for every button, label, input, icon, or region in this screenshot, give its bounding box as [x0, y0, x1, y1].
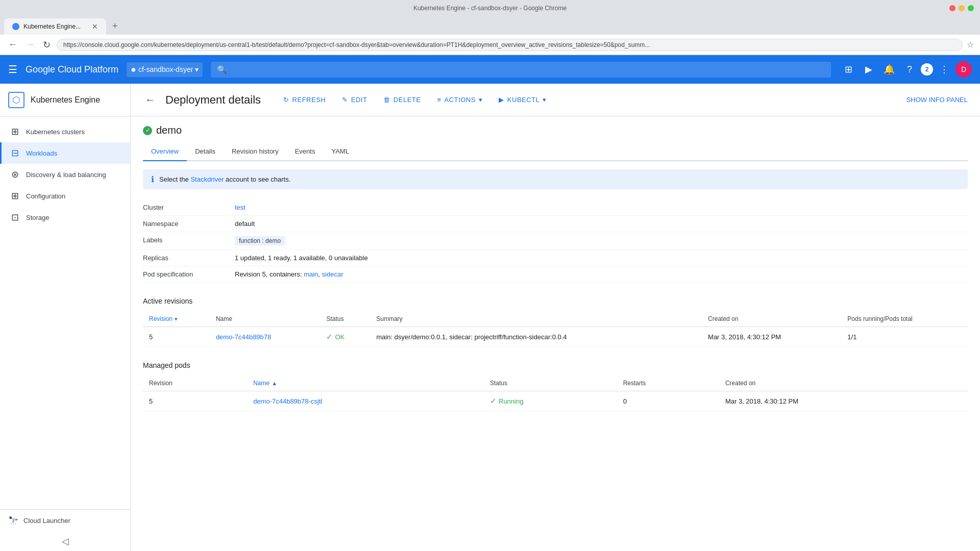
deployment-tabs: Overview Details Revision history Events… — [143, 142, 968, 161]
sidebar-product: ⬡ Kubernetes Engine — [0, 84, 130, 117]
sidecar-container-link[interactable]: sidecar — [322, 270, 344, 278]
back-button[interactable]: ← — [6, 37, 19, 52]
url-input[interactable] — [57, 39, 963, 51]
close-control[interactable] — [949, 5, 955, 11]
tab-events[interactable]: Events — [287, 142, 324, 161]
info-banner: ℹ Select the Stackdriver account to see … — [143, 169, 968, 189]
project-selector[interactable]: ● cf-sandbox-dsyer ▾ — [127, 62, 203, 77]
tab-favicon — [12, 23, 19, 30]
mp-name-cell: demo-7c44b89b78-csjtl — [247, 391, 484, 411]
summary-col-header: Summary — [370, 311, 702, 327]
content-area: ✓ demo Overview Details Revision history… — [131, 116, 980, 434]
cluster-link[interactable]: test — [235, 204, 246, 211]
edit-label: EDIT — [351, 96, 368, 104]
app-body: ⬡ Kubernetes Engine ⊞ Kubernetes cluster… — [0, 84, 980, 551]
edit-button[interactable]: ✎ EDIT — [336, 93, 373, 107]
maximize-control[interactable] — [968, 5, 974, 11]
sidebar-footer-cloud-launcher[interactable]: 🔭 Cloud Launcher — [0, 509, 130, 532]
sidebar-item-configuration[interactable]: ⊞ Configuration — [0, 185, 130, 207]
sidebar-item-workloads[interactable]: ⊟ Workloads — [0, 142, 130, 164]
actions-label: ACTIONS — [445, 96, 476, 104]
kubectl-button[interactable]: ▶ KUBECTL ▾ — [493, 93, 552, 107]
show-info-panel-button[interactable]: SHOW INFO PANEL — [906, 96, 968, 104]
address-bar: ← → ↻ ☆ — [0, 35, 980, 55]
collapse-icon: ◁ — [62, 536, 69, 546]
main-container-link[interactable]: main — [304, 270, 318, 278]
sidebar-collapse-button[interactable]: ◁ — [0, 532, 130, 551]
status-cell: ✓ OK — [320, 327, 370, 347]
revision-name-link[interactable]: demo-7c44b89b78 — [216, 333, 271, 341]
managed-pods-header-row: Revision Name ▲ Status Restarts Created … — [143, 375, 968, 391]
tab-close-button[interactable]: ✕ — [92, 22, 98, 31]
back-navigation-button[interactable]: ← — [143, 92, 157, 108]
labels-label: Labels — [143, 236, 235, 244]
deployment-name: ✓ demo — [143, 124, 968, 136]
refresh-button[interactable]: ↻ REFRESH — [277, 93, 332, 107]
bookmark-icon[interactable]: ☆ — [967, 40, 974, 49]
delete-label: DELETE — [394, 96, 421, 104]
reload-button[interactable]: ↻ — [41, 37, 53, 53]
kubectl-dropdown-icon: ▾ — [543, 96, 547, 104]
new-tab-button[interactable]: + — [106, 18, 124, 35]
sidebar-item-storage[interactable]: ⊡ Storage — [0, 207, 130, 228]
deployment-title: demo — [156, 124, 182, 136]
notifications-badge[interactable]: 2 — [921, 63, 933, 76]
tab-overview[interactable]: Overview — [143, 142, 187, 161]
sidebar-item-clusters-label: Kubernetes clusters — [26, 128, 85, 136]
labels-chip: function : demo — [235, 236, 285, 245]
sidebar-product-name: Kubernetes Engine — [31, 95, 100, 105]
mp-status-col-header: Status — [484, 375, 617, 391]
sidebar-item-configuration-label: Configuration — [26, 192, 65, 200]
pod-spec-prefix: Revision 5, containers: — [235, 270, 304, 278]
created-on-cell: Mar 3, 2018, 4:30:12 PM — [702, 327, 841, 347]
page-actions: ↻ REFRESH ✎ EDIT 🗑 DELETE ≡ ACTIONS ▾ — [277, 93, 553, 107]
tab-yaml[interactable]: YAML — [323, 142, 357, 161]
console-icon-button[interactable]: ▶ — [860, 60, 878, 79]
sidebar-item-workloads-label: Workloads — [26, 149, 57, 157]
mp-restarts-cell: 0 — [617, 391, 719, 411]
revision-col-header[interactable]: Revision ▾ — [143, 311, 210, 327]
hamburger-menu-icon[interactable]: ☰ — [8, 63, 17, 76]
apps-icon-button[interactable]: ⊞ — [839, 60, 857, 79]
running-status-text: Running — [499, 397, 523, 405]
delete-icon: 🗑 — [383, 96, 390, 104]
actions-icon: ≡ — [437, 96, 441, 104]
actions-dropdown-button[interactable]: ≡ ACTIONS ▾ — [431, 93, 488, 107]
browser-titlebar: Kubernetes Engine - cf-sandbox-dsyer - G… — [0, 0, 980, 16]
configuration-icon: ⊞ — [10, 190, 20, 202]
edit-icon: ✎ — [342, 96, 348, 104]
more-icon-button[interactable]: ⋮ — [935, 60, 953, 79]
managed-pods-section: Managed pods Revision Name ▲ Status — [143, 361, 968, 411]
revision-sort-icon: ▾ — [175, 316, 178, 322]
user-avatar[interactable]: D — [955, 61, 972, 78]
browser-tab-active[interactable]: Kubernetes Engine... ✕ — [4, 18, 106, 35]
sidebar-item-clusters[interactable]: ⊞ Kubernetes clusters — [0, 121, 130, 142]
sidebar: ⬡ Kubernetes Engine ⊞ Kubernetes cluster… — [0, 84, 131, 551]
page-title: Deployment details — [165, 93, 261, 107]
sidebar-nav: ⊞ Kubernetes clusters ⊟ Workloads ⊛ Disc… — [0, 117, 130, 232]
app-header: ☰ Google Cloud Platform ● cf-sandbox-dsy… — [0, 55, 980, 84]
mp-created-on-col-header: Created on — [719, 375, 968, 391]
pod-name-link[interactable]: demo-7c44b89b78-csjtl — [253, 397, 322, 405]
search-bar[interactable]: 🔍 — [211, 62, 831, 78]
tab-details[interactable]: Details — [187, 142, 224, 161]
mp-name-col-header[interactable]: Name ▲ — [247, 375, 484, 391]
search-icon: 🔍 — [217, 65, 227, 74]
delete-button[interactable]: 🗑 DELETE — [377, 93, 427, 107]
sidebar-item-discovery[interactable]: ⊛ Discovery & load balancing — [0, 164, 130, 185]
cluster-value: test — [235, 204, 246, 211]
help-icon-button[interactable]: ? — [900, 60, 919, 79]
stackdriver-link[interactable]: Stackdriver — [190, 176, 224, 183]
minimize-control[interactable] — [959, 5, 965, 11]
pod-spec-value: Revision 5, containers: main, sidecar — [235, 270, 343, 278]
table-row: 5 demo-7c44b89b78 ✓ OK main: dsyer/demo: — [143, 327, 968, 347]
running-status-icon: ✓ — [490, 396, 497, 406]
tab-revision-history[interactable]: Revision history — [224, 142, 287, 161]
name-sort-icon: ▲ — [272, 380, 277, 386]
page-header: ← Deployment details ↻ REFRESH ✎ EDIT 🗑 … — [131, 84, 980, 116]
pod-spec-label: Pod specification — [143, 270, 235, 278]
notifications-icon-button[interactable]: 🔔 — [880, 60, 898, 79]
cluster-row: Cluster test — [143, 199, 968, 216]
forward-button[interactable]: → — [23, 37, 37, 52]
address-icons: ☆ — [967, 40, 974, 49]
